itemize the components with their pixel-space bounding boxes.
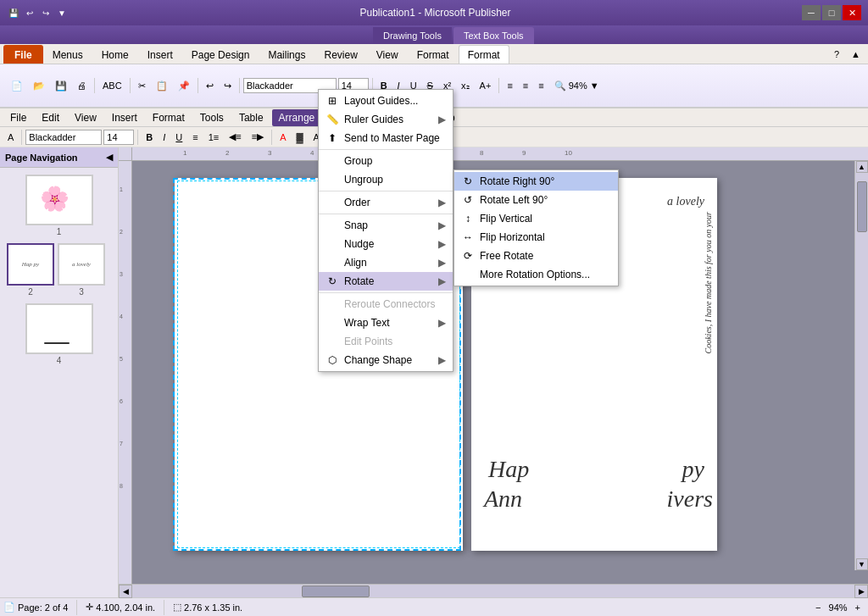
menu-item-send-to-master[interactable]: ⬆ Send to Master Page xyxy=(319,129,453,147)
subscript-btn[interactable]: x₂ xyxy=(457,76,474,95)
bullet-btn[interactable]: ≡ xyxy=(188,128,202,147)
menu-tools[interactable]: Tools xyxy=(193,109,231,126)
tab-mailings[interactable]: Mailings xyxy=(259,45,314,64)
cut-btn[interactable]: ✂ xyxy=(134,76,150,95)
dec-indent-btn[interactable]: ◀≡ xyxy=(225,128,245,147)
menu-item-wrap-text[interactable]: Wrap Text ▶ xyxy=(319,314,453,332)
new-btn[interactable]: 📄 xyxy=(7,76,27,95)
menu-item-ungroup[interactable]: Ungroup xyxy=(319,170,453,189)
menu-insert[interactable]: Insert xyxy=(105,109,144,126)
menu-item-nudge[interactable]: Nudge ▶ xyxy=(319,235,453,253)
sep9 xyxy=(271,130,272,145)
menu-table[interactable]: Table xyxy=(232,109,270,126)
tab-format-textbox[interactable]: Format xyxy=(459,45,509,64)
align-left-btn[interactable]: ≡ xyxy=(503,76,516,95)
menu-item-order[interactable]: Order ▶ xyxy=(319,193,453,212)
menu-file[interactable]: File xyxy=(3,109,33,126)
tab-menus[interactable]: Menus xyxy=(43,45,92,64)
zoom-in-btn[interactable]: + xyxy=(851,598,865,617)
sidebar-title: Page Navigation xyxy=(5,153,78,163)
number-btn[interactable]: 1≡ xyxy=(204,128,224,147)
zoom-btn[interactable]: 🔍 94% ▼ xyxy=(550,76,604,95)
menu-item-flip-horizontal[interactable]: ↔ Flip Horizontal xyxy=(454,228,618,247)
tab-review[interactable]: Review xyxy=(314,45,366,64)
inc-indent-btn[interactable]: ≡▶ xyxy=(248,128,268,147)
highlight-btn[interactable]: ▓ xyxy=(292,128,307,147)
close-button[interactable]: ✕ xyxy=(843,5,861,20)
menu-item-more-rotation[interactable]: More Rotation Options... xyxy=(454,265,618,284)
save-tb-btn[interactable]: 💾 xyxy=(51,76,71,95)
page-thumb-3[interactable]: a lovely 3 xyxy=(58,243,105,297)
scroll-thumb-h[interactable] xyxy=(302,585,370,597)
drawing-tools-tab[interactable]: Drawing Tools xyxy=(373,27,452,44)
menu-item-flip-vertical[interactable]: ↕ Flip Vertical xyxy=(454,209,618,228)
save-button[interactable]: 💾 xyxy=(7,6,20,19)
menu-item-free-rotate[interactable]: ⟳ Free Rotate xyxy=(454,247,618,265)
status-sep1 xyxy=(76,600,77,615)
undo-button[interactable]: ↩ xyxy=(23,6,36,19)
rotate-right-icon: ↻ xyxy=(461,175,475,188)
print-btn[interactable]: 🖨 xyxy=(73,76,91,95)
sidebar-collapse-btn[interactable]: ◀ xyxy=(106,152,113,163)
menu-view[interactable]: View xyxy=(68,109,103,126)
menu-item-rotate-left[interactable]: ↺ Rotate Left 90° xyxy=(454,191,618,209)
menu-edit[interactable]: Edit xyxy=(35,109,66,126)
menu-item-align[interactable]: Align ▶ xyxy=(319,253,453,272)
snap-icon xyxy=(326,219,339,232)
scroll-thumb-v[interactable] xyxy=(857,181,867,232)
zoom-level: 94% xyxy=(829,602,848,613)
menu-item-ruler-guides[interactable]: 📏 Ruler Guides ▶ xyxy=(319,110,453,129)
customize-qa-button[interactable]: ▼ xyxy=(55,6,69,19)
tab-home[interactable]: Home xyxy=(92,45,138,64)
menu-item-snap[interactable]: Snap ▶ xyxy=(319,216,453,235)
open-btn[interactable]: 📂 xyxy=(29,76,49,95)
paste-btn[interactable]: 📌 xyxy=(174,76,194,95)
spelling-btn[interactable]: ABC xyxy=(98,76,126,95)
align-center-btn[interactable]: ≡ xyxy=(519,76,532,95)
tab-insert[interactable]: Insert xyxy=(138,45,182,64)
copy-btn[interactable]: 📋 xyxy=(152,76,172,95)
menu-item-layout-guides[interactable]: ⊞ Layout Guides... xyxy=(319,92,453,110)
tab-view[interactable]: View xyxy=(367,45,408,64)
status-bar: 📄 Page: 2 of 4 ✛ 4.100, 2.04 in. ⬚ 2.76 … xyxy=(0,597,868,616)
menu-item-change-shape[interactable]: ⬡ Change Shape ▶ xyxy=(319,351,453,369)
redo-button[interactable]: ↪ xyxy=(39,6,53,19)
scroll-up-btn[interactable]: ▲ xyxy=(856,161,868,173)
menu-format[interactable]: Format xyxy=(146,109,192,126)
redo-tb-btn[interactable]: ↪ xyxy=(220,76,236,95)
horizontal-scrollbar[interactable]: ◀ ▶ xyxy=(119,584,868,597)
ribbon-collapse-button[interactable]: ▲ xyxy=(847,45,865,64)
page-thumb-1[interactable]: 🌸 1 xyxy=(7,175,111,236)
font-size-decrease-btn[interactable]: A xyxy=(3,128,18,147)
tab-file[interactable]: File xyxy=(3,45,43,64)
more-rotation-icon xyxy=(461,268,475,281)
page-thumb-4[interactable]: 4 xyxy=(7,303,111,365)
text-box-tools-tab[interactable]: Text Box Tools xyxy=(453,27,534,44)
font-color-btn[interactable]: A xyxy=(275,128,290,147)
menu-item-rotate[interactable]: ↻ Rotate ▶ xyxy=(319,272,453,291)
tab-page-design[interactable]: Page Design xyxy=(182,45,259,64)
underline-btn-2[interactable]: U xyxy=(171,128,186,147)
scroll-left-btn[interactable]: ◀ xyxy=(119,585,132,598)
font-size-input-2[interactable] xyxy=(103,130,134,145)
font-grow-btn[interactable]: A+ xyxy=(476,76,496,95)
undo-tb-btn[interactable]: ↩ xyxy=(202,76,218,95)
nudge-icon xyxy=(326,237,339,251)
minimize-button[interactable]: ─ xyxy=(802,5,821,20)
ribbon-tabs: File Menus Home Insert Page Design Maili… xyxy=(0,44,868,64)
bold-btn-2[interactable]: B xyxy=(142,128,157,147)
vertical-scrollbar[interactable]: ▲ ▼ xyxy=(854,161,868,570)
italic-btn-2[interactable]: I xyxy=(159,128,170,147)
scroll-down-btn[interactable]: ▼ xyxy=(856,558,868,570)
tab-format-drawing[interactable]: Format xyxy=(408,45,459,64)
font-family-input-2[interactable] xyxy=(25,130,102,145)
help-button[interactable]: ? xyxy=(830,45,843,64)
align-right-btn[interactable]: ≡ xyxy=(534,76,548,95)
scroll-right-btn[interactable]: ▶ xyxy=(854,585,868,598)
menu-arrange[interactable]: Arrange xyxy=(272,109,322,126)
menu-item-rotate-right[interactable]: ↻ Rotate Right 90° xyxy=(454,172,618,191)
menu-item-group[interactable]: Group xyxy=(319,152,453,170)
page-thumb-2[interactable]: Hap py 2 xyxy=(7,243,54,297)
maximize-button[interactable]: □ xyxy=(822,5,841,20)
zoom-out-btn[interactable]: − xyxy=(811,598,825,617)
